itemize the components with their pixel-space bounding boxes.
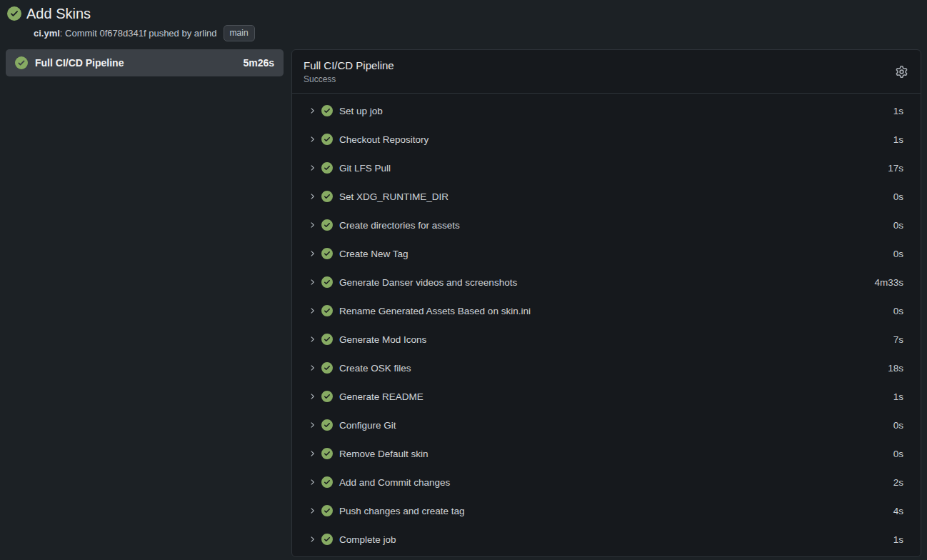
step-status-check-circle-icon	[321, 505, 333, 516]
chevron-right-icon[interactable]	[308, 106, 316, 115]
chevron-right-icon[interactable]	[308, 449, 316, 458]
step-row-0[interactable]: Set up job 1s	[292, 96, 921, 125]
run-subtitle: ci.yml: Commit 0f678d341f pushed by arli…	[34, 25, 927, 41]
step-duration: 7s	[893, 334, 903, 345]
step-row-1[interactable]: Checkout Repository 1s	[292, 125, 921, 154]
step-label: Create New Tag	[339, 249, 893, 259]
chevron-right-icon[interactable]	[308, 392, 316, 401]
commit-prefix-text: : Commit	[60, 27, 100, 40]
chevron-right-icon[interactable]	[308, 221, 316, 229]
step-status-check-circle-icon	[321, 391, 333, 402]
step-row-7[interactable]: Rename Generated Assets Based on skin.in…	[292, 296, 921, 325]
step-row-8[interactable]: Generate Mod Icons 7s	[292, 325, 921, 354]
content-area: Full CI/CD Pipeline 5m26s Full CI/CD Pip…	[0, 49, 927, 557]
step-row-2[interactable]: Git LFS Pull 17s	[292, 154, 921, 182]
workflow-file: ci.yml	[34, 27, 60, 40]
step-label: Set up job	[339, 106, 893, 116]
step-label: Add and Commit changes	[339, 477, 893, 488]
panel-header-text: Full CI/CD Pipeline Success	[304, 59, 394, 85]
chevron-right-icon[interactable]	[308, 421, 316, 429]
commit-author-link[interactable]: arlind	[194, 27, 217, 40]
chevron-right-icon[interactable]	[308, 135, 316, 144]
step-status-check-circle-icon	[321, 276, 333, 288]
chevron-right-icon[interactable]	[308, 306, 316, 315]
step-label: Git LFS Pull	[339, 163, 888, 174]
step-duration: 0s	[893, 420, 903, 431]
step-label: Remove Default skin	[339, 449, 893, 459]
step-row-9[interactable]: Create OSK files 18s	[292, 354, 921, 382]
chevron-right-icon[interactable]	[308, 506, 316, 515]
step-row-13[interactable]: Add and Commit changes 2s	[292, 468, 921, 496]
job-status-check-circle-icon	[15, 56, 28, 69]
jobs-sidebar: Full CI/CD Pipeline 5m26s	[6, 49, 284, 76]
step-duration: 17s	[888, 163, 903, 174]
panel-status: Success	[304, 74, 394, 85]
step-label: Create OSK files	[339, 363, 888, 374]
step-row-15[interactable]: Complete job 1s	[292, 525, 921, 554]
step-status-check-circle-icon	[321, 219, 333, 231]
step-duration: 4m33s	[874, 277, 903, 288]
step-status-check-circle-icon	[321, 334, 333, 345]
step-duration: 2s	[893, 477, 903, 488]
step-status-check-circle-icon	[321, 305, 333, 316]
step-label: Rename Generated Assets Based on skin.in…	[339, 306, 893, 316]
step-row-10[interactable]: Generate README 1s	[292, 382, 921, 411]
step-status-check-circle-icon	[321, 191, 333, 202]
job-name: Full CI/CD Pipeline	[35, 57, 236, 69]
commit-sha-link[interactable]: 0f678d341f	[99, 27, 146, 40]
step-row-4[interactable]: Create directories for assets 0s	[292, 211, 921, 239]
step-status-check-circle-icon	[321, 419, 333, 431]
step-duration: 1s	[893, 134, 903, 145]
job-duration: 5m26s	[243, 57, 274, 69]
step-status-check-circle-icon	[321, 248, 333, 259]
chevron-right-icon[interactable]	[308, 278, 316, 286]
step-status-check-circle-icon	[321, 134, 333, 145]
panel-header: Full CI/CD Pipeline Success	[292, 50, 921, 94]
step-duration: 0s	[893, 249, 903, 259]
chevron-right-icon[interactable]	[308, 364, 316, 372]
step-label: Complete job	[339, 534, 893, 545]
chevron-right-icon[interactable]	[308, 335, 316, 344]
pushed-by-text: pushed by	[146, 27, 194, 40]
step-duration: 0s	[893, 220, 903, 231]
step-status-check-circle-icon	[321, 476, 333, 488]
step-duration: 1s	[893, 534, 903, 545]
step-row-5[interactable]: Create New Tag 0s	[292, 239, 921, 268]
step-duration: 18s	[888, 363, 903, 374]
gear-icon	[896, 66, 908, 78]
step-duration: 0s	[893, 306, 903, 316]
run-status-check-circle-icon	[7, 6, 21, 21]
steps-list: Set up job 1s Checkout Repository 1s G	[292, 94, 921, 556]
step-status-check-circle-icon	[321, 362, 333, 374]
chevron-right-icon[interactable]	[308, 164, 316, 172]
step-status-check-circle-icon	[321, 162, 333, 174]
chevron-right-icon[interactable]	[308, 478, 316, 486]
step-status-check-circle-icon	[321, 448, 333, 459]
step-label: Checkout Repository	[339, 134, 893, 145]
step-label: Generate README	[339, 391, 893, 402]
step-duration: 0s	[893, 191, 903, 202]
step-row-12[interactable]: Remove Default skin 0s	[292, 439, 921, 468]
step-row-6[interactable]: Generate Danser videos and screenshots 4…	[292, 268, 921, 296]
chevron-right-icon[interactable]	[308, 249, 316, 258]
step-label: Generate Danser videos and screenshots	[339, 277, 874, 288]
job-item-full-cicd-pipeline[interactable]: Full CI/CD Pipeline 5m26s	[6, 49, 284, 76]
panel-title: Full CI/CD Pipeline	[304, 59, 394, 72]
step-label: Generate Mod Icons	[339, 334, 893, 345]
run-header: Add Skins ci.yml: Commit 0f678d341f push…	[0, 0, 927, 41]
step-status-check-circle-icon	[321, 534, 333, 545]
log-settings-button[interactable]	[894, 64, 909, 79]
chevron-right-icon[interactable]	[308, 535, 316, 544]
step-row-14[interactable]: Push changes and create tag 4s	[292, 496, 921, 525]
step-row-3[interactable]: Set XDG_RUNTIME_DIR 0s	[292, 182, 921, 211]
step-label: Create directories for assets	[339, 220, 893, 231]
step-label: Configure Git	[339, 420, 893, 431]
branch-badge[interactable]: main	[224, 25, 255, 41]
step-label: Push changes and create tag	[339, 506, 893, 516]
workflow-panel: Full CI/CD Pipeline Success	[291, 49, 921, 557]
chevron-right-icon[interactable]	[308, 192, 316, 201]
step-duration: 4s	[893, 506, 903, 516]
step-duration: 0s	[893, 449, 903, 459]
step-duration: 1s	[893, 106, 903, 116]
step-row-11[interactable]: Configure Git 0s	[292, 411, 921, 439]
